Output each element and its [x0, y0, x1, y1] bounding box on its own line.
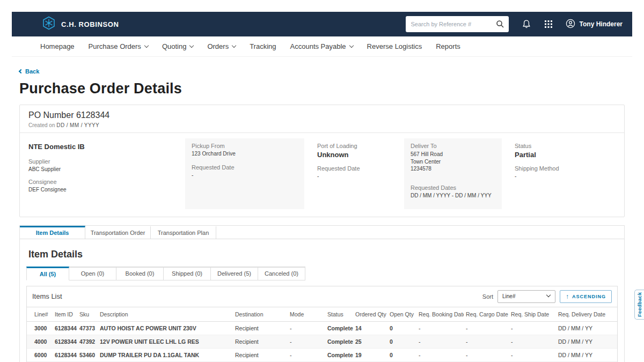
chevron-down-icon — [189, 43, 194, 48]
user-name: Tony Hinderer — [580, 20, 623, 28]
cell-req-booking-date: - — [416, 335, 464, 348]
shipping-method-label: Shipping Method — [515, 165, 616, 172]
status-filter-tab-bar: All (5) Open (0) Booked (0) Shipped (0) … — [26, 267, 618, 280]
cell-mode: - — [288, 335, 325, 348]
col-ordered-qty: Ordered Qty — [353, 307, 387, 321]
pickup-from-value: 123 Orchard Drive — [192, 151, 298, 157]
nav-item-quoting[interactable]: Quoting — [162, 42, 194, 50]
details-tabs-card: Item Details Transportation Order Transp… — [19, 225, 625, 362]
pickup-from-label: Pickup From — [192, 143, 298, 149]
filter-tab-delivered[interactable]: Delivered (5) — [211, 267, 258, 280]
page-title: Purchase Order Details — [19, 80, 625, 97]
cell-description: 12V POWER UNIT ELEC LHL LG RES — [98, 335, 233, 348]
cell-req-cargo-date: - — [464, 321, 509, 335]
consignee-value: DEF Consignee — [28, 187, 172, 193]
cell-ordered-qty: 25 — [353, 335, 387, 348]
nav-item-homepage[interactable]: Homepage — [40, 42, 75, 50]
port-of-loading-column: Port of Loading Unknown Requested Date - — [317, 141, 391, 207]
brand-name: C.H. ROBINSON — [61, 20, 119, 28]
sort-select[interactable]: Line# — [497, 290, 555, 303]
col-status: Status — [325, 307, 353, 321]
port-of-loading-label: Port of Loading — [317, 143, 391, 149]
back-link[interactable]: Back — [19, 68, 39, 75]
shipping-method-value: - — [515, 173, 616, 179]
filter-tab-canceled[interactable]: Canceled (0) — [258, 267, 305, 280]
cell-description: AUTO HOIST AC POWER UNIT 230V — [98, 321, 233, 335]
nav-item-accounts-payable[interactable]: Accounts Payable — [290, 42, 353, 50]
col-open-qty: Open Qty — [387, 307, 416, 321]
deliver-to-column: Deliver To 567 Hill Road Town Center 123… — [404, 138, 502, 209]
cell-open-qty: 0 — [387, 348, 416, 361]
cell-line: 4000 — [27, 335, 53, 348]
port-requested-date-value: - — [317, 173, 391, 179]
cell-req-delivery-date: DD / MM / YY — [556, 321, 617, 335]
cell-status: Complete — [325, 335, 353, 348]
requested-dates-label: Requested Dates — [411, 184, 495, 191]
cell-req-delivery-date: DD / MM / YY — [556, 335, 617, 348]
item-details-panel: Item Details All (5) Open (0) Booked (0)… — [20, 239, 624, 362]
search-box — [406, 16, 509, 32]
nav-item-reports[interactable]: Reports — [436, 42, 460, 50]
po-summary-card: PO Number 6128344 Created on DD / MM / Y… — [19, 105, 625, 217]
deliver-to-label: Deliver To — [411, 143, 495, 149]
nav-item-tracking[interactable]: Tracking — [250, 42, 276, 50]
po-header: PO Number 6128344 Created on DD / MM / Y… — [20, 105, 624, 133]
filter-tab-all[interactable]: All (5) — [26, 267, 69, 280]
nav-item-orders[interactable]: Orders — [207, 42, 236, 50]
cell-req-booking-date: - — [416, 321, 464, 335]
cell-destination: Recipient — [233, 335, 288, 348]
cell-destination: Recipient — [233, 348, 288, 361]
notifications-bell-icon[interactable] — [522, 19, 531, 29]
user-menu[interactable]: Tony Hinderer — [566, 19, 623, 30]
cell-line: 6000 — [27, 348, 53, 361]
user-avatar-icon — [566, 19, 575, 30]
filter-tab-open[interactable]: Open (0) — [69, 267, 116, 280]
app-grid-icon[interactable] — [544, 20, 553, 28]
cell-mode: - — [288, 321, 325, 335]
filter-tab-shipped[interactable]: Shipped (0) — [164, 267, 211, 280]
arrow-up-icon: ↑ — [566, 293, 569, 300]
supplier-label: Supplier — [28, 158, 172, 165]
chevron-down-icon — [144, 43, 149, 48]
col-destination: Destination — [233, 307, 288, 321]
sort-label: Sort — [482, 293, 493, 300]
cell-open-qty: 0 — [387, 335, 416, 348]
col-req-ship-date: Req. Ship Date — [509, 307, 556, 321]
col-req-cargo-date: Req. Cargo Date — [464, 307, 509, 321]
sort-controls: Sort Line# ↑ ASCENDING — [482, 290, 612, 303]
cell-sku: 47392 — [77, 335, 98, 348]
items-table-header-row: Line# Item ID Sku Description Destinatio… — [27, 307, 617, 321]
status-value: Partial — [515, 151, 616, 159]
requested-dates-value: DD / MM / YYYY - DD / MM / YYY — [411, 193, 495, 198]
cell-req-booking-date: - — [416, 348, 464, 361]
tab-item-details[interactable]: Item Details — [20, 226, 85, 239]
page-content: Back Purchase Order Details PO Number 61… — [12, 57, 632, 362]
chevron-down-icon — [546, 292, 551, 297]
top-bar: C.H. ROBINSON — [12, 12, 632, 36]
nav-item-reverse-logistics[interactable]: Reverse Logistics — [367, 42, 422, 50]
port-of-loading-value: Unknown — [317, 151, 391, 159]
pickup-column: Pickup From 123 Orchard Drive Requested … — [185, 138, 304, 209]
brand-logo[interactable]: C.H. ROBINSON — [42, 16, 119, 32]
cell-sku: 47373 — [77, 321, 98, 335]
items-list-box: Items List Sort Line# ↑ ASCENDING — [26, 286, 618, 362]
chrobinson-hexagon-logo-icon — [42, 16, 56, 32]
items-table-row: 4000 6128344 47392 12V POWER UNIT ELEC L… — [27, 335, 617, 348]
items-list-header: Items List Sort Line# ↑ ASCENDING — [27, 286, 617, 307]
nav-item-purchase-orders[interactable]: Purchase Orders — [89, 42, 148, 50]
sort-direction-button[interactable]: ↑ ASCENDING — [560, 290, 612, 303]
cell-req-cargo-date: - — [464, 335, 509, 348]
feedback-button[interactable]: Feedback — [634, 290, 644, 320]
cell-status: Complete — [325, 348, 353, 361]
tab-transportation-order[interactable]: Transportation Order — [85, 226, 151, 239]
sort-selected-value: Line# — [502, 293, 515, 299]
chevron-down-icon — [349, 43, 353, 48]
filter-tab-booked[interactable]: Booked (0) — [116, 267, 164, 280]
search-input[interactable] — [406, 16, 509, 32]
summary-parties-column: NTE Domestic IB Supplier ABC Supplier Co… — [28, 141, 172, 207]
cell-open-qty: 0 — [387, 321, 416, 335]
cell-line: 3000 — [27, 321, 53, 335]
search-icon[interactable] — [496, 20, 504, 31]
cell-req-ship-date: - — [509, 348, 556, 361]
tab-transportation-plan[interactable]: Transportation Plan — [151, 226, 216, 239]
